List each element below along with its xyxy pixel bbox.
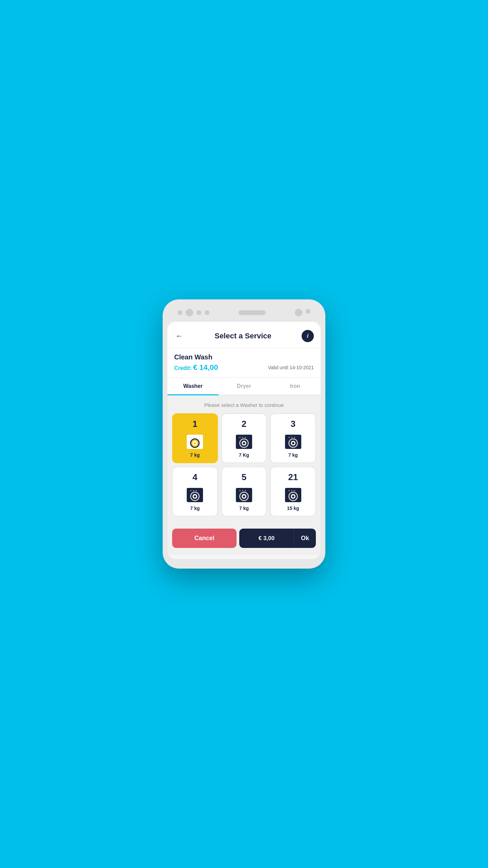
svg-point-17 <box>242 442 244 443</box>
washer-card-3[interactable]: 3 7 kg <box>270 413 316 463</box>
washer-weight: 7 Kg <box>239 452 249 458</box>
camera-right <box>295 309 310 316</box>
info-button[interactable]: i <box>302 330 314 342</box>
washer-weight: 7 kg <box>288 452 298 458</box>
washer-machine-icon <box>284 485 303 504</box>
tab-iron[interactable]: Iron <box>269 378 321 395</box>
svg-point-20 <box>291 437 292 438</box>
price-button[interactable]: € 3,00 <box>239 529 294 548</box>
service-name: Clean Wash <box>174 353 314 361</box>
camera-lens <box>186 309 193 316</box>
washer-machine-icon <box>185 431 204 450</box>
washer-card-21[interactable]: 21 15 kg <box>270 467 316 516</box>
service-info-section: Clean Wash Credit: € 14,00 Valid until 1… <box>167 348 321 378</box>
washer-grid-area: Please select a Washer to continue 1 <box>167 395 321 523</box>
svg-point-46 <box>288 490 290 491</box>
svg-point-47 <box>291 490 292 491</box>
washer-weight: 7 kg <box>239 506 249 511</box>
washer-card-4[interactable]: 4 7 kg <box>172 467 218 516</box>
phone-screen: ← Select a Service i Clean Wash Credit: … <box>167 322 321 559</box>
washer-number: 4 <box>192 472 197 482</box>
washer-machine-icon <box>284 431 303 450</box>
sensor-dot <box>197 310 201 315</box>
grid-instruction: Please select a Washer to continue <box>172 402 316 408</box>
washer-number: 3 <box>290 419 295 429</box>
back-button[interactable]: ← <box>174 330 184 342</box>
washer-number: 5 <box>242 472 246 482</box>
svg-point-19 <box>288 437 290 438</box>
credit-label: Credit: <box>174 365 192 371</box>
washer-number: 21 <box>288 472 298 482</box>
washer-weight: 15 kg <box>287 506 299 511</box>
svg-point-37 <box>239 490 241 491</box>
speaker <box>239 310 266 315</box>
tab-dryer[interactable]: Dryer <box>219 378 270 395</box>
washer-weight: 7 kg <box>190 452 200 458</box>
washer-card-2[interactable]: 2 7 Kg <box>221 413 267 463</box>
svg-point-1 <box>190 437 191 438</box>
credit-info: Credit: € 14,00 <box>174 363 218 372</box>
washer-machine-icon <box>185 485 204 504</box>
valid-until-label: Valid until 14-10-2021 <box>268 365 314 370</box>
tabs-bar: Washer Dryer Iron <box>167 378 321 395</box>
washer-machine-icon <box>235 485 253 504</box>
phone-frame: ← Select a Service i Clean Wash Credit: … <box>163 299 325 569</box>
svg-point-29 <box>193 490 194 491</box>
washer-grid: 1 7 kg 2 <box>172 413 316 516</box>
svg-point-39 <box>245 490 246 491</box>
svg-point-8 <box>193 442 195 443</box>
washer-card-1[interactable]: 1 7 kg <box>172 413 218 463</box>
svg-point-48 <box>294 490 295 491</box>
washer-number: 1 <box>192 419 197 429</box>
camera-right-lens <box>295 309 302 316</box>
svg-point-44 <box>242 495 244 496</box>
svg-point-30 <box>196 490 197 491</box>
svg-point-21 <box>294 437 295 438</box>
credit-row: Credit: € 14,00 Valid until 14-10-2021 <box>174 363 314 372</box>
svg-point-26 <box>291 442 293 443</box>
svg-point-28 <box>190 490 191 491</box>
flash-dot <box>306 309 310 314</box>
svg-point-10 <box>239 437 241 438</box>
cancel-button[interactable]: Cancel <box>172 529 237 548</box>
bottom-bar: Cancel € 3,00 Ok <box>167 523 321 555</box>
washer-card-5[interactable]: 5 7 kg <box>221 467 267 516</box>
svg-point-35 <box>193 495 195 496</box>
phone-top-bar <box>167 309 321 322</box>
camera-group <box>178 309 209 316</box>
tab-washer[interactable]: Washer <box>167 378 219 395</box>
svg-point-3 <box>196 437 197 438</box>
svg-point-38 <box>242 490 243 491</box>
page-title: Select a Service <box>184 332 302 340</box>
sensor-dot2 <box>205 310 209 315</box>
svg-point-12 <box>245 437 246 438</box>
app-header: ← Select a Service i <box>167 322 321 348</box>
svg-point-11 <box>242 437 243 438</box>
washer-machine-icon <box>235 431 253 450</box>
svg-point-2 <box>193 437 194 438</box>
camera-dot <box>178 310 182 315</box>
ok-button[interactable]: Ok <box>294 529 316 548</box>
credit-amount: € 14,00 <box>193 363 218 372</box>
washer-number: 2 <box>242 419 246 429</box>
svg-point-53 <box>291 495 293 496</box>
washer-weight: 7 kg <box>190 506 200 511</box>
